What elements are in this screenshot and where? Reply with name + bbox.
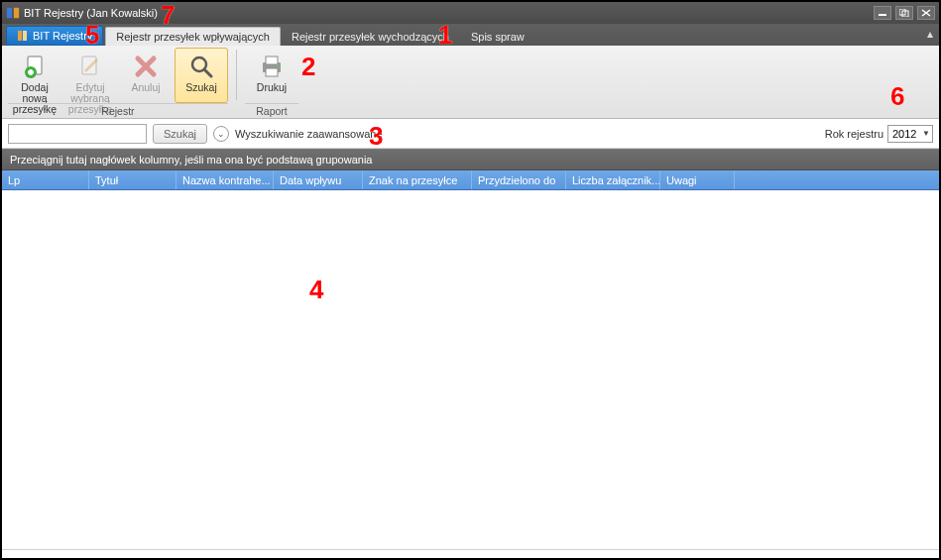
column-header-lp[interactable]: Lp <box>2 170 89 189</box>
x-red-icon <box>132 53 160 80</box>
column-header-empty[interactable] <box>735 170 939 189</box>
print-button[interactable]: Drukuj <box>245 48 298 103</box>
search-bar: Szukaj ⌄ Wyszukiwanie zaawansowane Rok r… <box>2 119 939 149</box>
year-value: 2012 <box>892 128 916 140</box>
ribbon-tab-cases[interactable]: Spis spraw <box>460 27 535 46</box>
ribbon-tab-primary-label: BIT Rejestry <box>33 30 92 42</box>
plus-document-icon <box>21 53 49 80</box>
year-label: Rok rejestru <box>825 128 883 140</box>
ribbon-group-register: Dodaj nową przesyłkę Edytuj wybraną prze… <box>2 46 234 118</box>
edit-shipment-button: Edytuj wybraną przesyłkę <box>63 48 117 103</box>
ribbon-tab-incoming[interactable]: Rejestr przesyłek wpływających <box>105 27 281 46</box>
grid-header: Lp Tytuł Nazwa kontrahe... Data wpływu Z… <box>2 170 939 190</box>
svg-rect-8 <box>23 31 27 41</box>
column-header-date[interactable]: Data wpływu <box>274 170 363 189</box>
advanced-search-label[interactable]: Wyszukiwanie zaawansowane <box>235 128 382 140</box>
grid-body[interactable] <box>2 190 939 550</box>
book-icon <box>17 30 29 42</box>
column-header-mark[interactable]: Znak na przesyłce <box>363 170 472 189</box>
svg-point-19 <box>277 64 279 66</box>
year-dropdown[interactable]: 2012 ▼ <box>887 125 933 143</box>
maximize-button[interactable] <box>895 6 913 20</box>
column-header-contractor[interactable]: Nazwa kontrahe... <box>176 170 274 189</box>
search-button[interactable]: Szukaj <box>175 48 228 103</box>
svg-rect-0 <box>7 8 12 19</box>
svg-rect-12 <box>28 71 34 74</box>
cancel-button: Anuluj <box>119 48 173 103</box>
column-header-assigned[interactable]: Przydzielono do <box>472 170 566 189</box>
ribbon-group-report-items: Drukuj <box>245 48 298 103</box>
add-shipment-button[interactable]: Dodaj nową przesyłkę <box>8 48 61 103</box>
cancel-label: Anuluj <box>131 82 160 93</box>
ribbon-group-register-items: Dodaj nową przesyłkę Edytuj wybraną prze… <box>8 48 228 103</box>
ribbon-group-report-label: Raport <box>245 103 298 119</box>
ribbon-tab-label: Rejestr przesyłek wpływających <box>116 31 270 43</box>
ribbon-tab-outgoing[interactable]: Rejestr przesyłek wychodzących <box>281 27 460 46</box>
search-label: Szukaj <box>185 82 217 93</box>
group-drop-bar[interactable]: Przeciągnij tutaj nagłówek kolumny, jeśl… <box>2 149 939 170</box>
print-label: Drukuj <box>257 82 287 93</box>
year-selector: Rok rejestru 2012 ▼ <box>825 125 933 143</box>
chevron-down-icon[interactable]: ⌄ <box>213 126 229 142</box>
printer-icon <box>258 53 286 80</box>
ribbon-tab-label: Rejestr przesyłek wychodzących <box>292 31 449 43</box>
column-header-attachments[interactable]: Liczba załącznik... <box>566 170 660 189</box>
svg-rect-2 <box>879 14 886 16</box>
search-run-button[interactable]: Szukaj <box>153 124 207 144</box>
window-controls <box>874 6 935 20</box>
minimize-button[interactable] <box>874 6 891 20</box>
search-input[interactable] <box>8 124 147 144</box>
bottom-pad <box>2 550 939 558</box>
title-bar: BIT Rejestry (Jan Kowalski) <box>2 2 939 24</box>
ribbon-tab-primary[interactable]: BIT Rejestry <box>6 26 103 46</box>
svg-rect-17 <box>266 56 278 64</box>
ribbon-tab-strip: BIT Rejestry Rejestr przesyłek wpływając… <box>2 24 939 46</box>
pencil-icon <box>76 53 104 80</box>
ribbon-group-register-label: Rejestr <box>8 103 228 119</box>
magnifier-icon <box>187 53 215 80</box>
svg-rect-1 <box>14 8 19 19</box>
ribbon-collapse-button[interactable]: ▴ <box>927 27 933 41</box>
app-icon <box>6 6 20 20</box>
dropdown-arrow-icon: ▼ <box>922 129 930 138</box>
ribbon-group-report: Drukuj Raport <box>239 46 304 118</box>
svg-rect-18 <box>266 68 278 76</box>
group-drop-text: Przeciągnij tutaj nagłówek kolumny, jeśl… <box>10 154 372 166</box>
app-window: BIT Rejestry (Jan Kowalski) BIT Rejestry… <box>0 0 941 560</box>
svg-line-15 <box>204 69 211 76</box>
ribbon-separator <box>236 50 237 100</box>
close-button[interactable] <box>917 6 935 20</box>
column-header-notes[interactable]: Uwagi <box>660 170 735 189</box>
window-title: BIT Rejestry (Jan Kowalski) <box>24 7 158 19</box>
svg-rect-7 <box>18 31 22 41</box>
ribbon: Dodaj nową przesyłkę Edytuj wybraną prze… <box>2 46 939 119</box>
column-header-title[interactable]: Tytuł <box>89 170 176 189</box>
ribbon-tab-label: Spis spraw <box>471 31 525 43</box>
